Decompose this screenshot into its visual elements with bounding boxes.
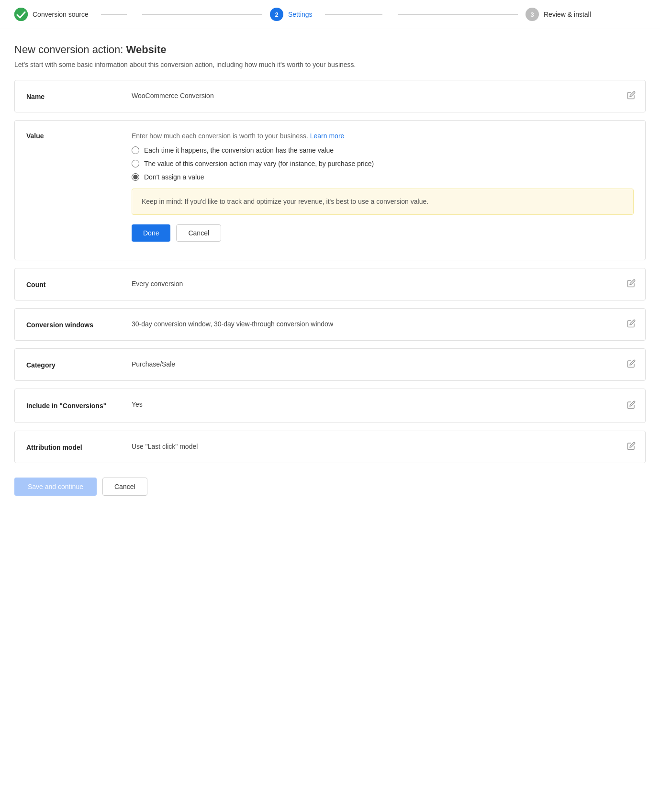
conversion-windows-card: Conversion windows 30-day conversion win… bbox=[14, 308, 646, 341]
step-3-label: Review & install bbox=[544, 11, 591, 18]
value-description: Enter how much each conversion is worth … bbox=[132, 132, 634, 140]
radio-same-value-label: Each time it happens, the conversion act… bbox=[144, 146, 334, 154]
category-label: Category bbox=[26, 360, 132, 369]
attribution-model-value: Use "Last click" model bbox=[132, 443, 634, 450]
value-section-header: Value Enter how much each conversion is … bbox=[26, 132, 634, 242]
attribution-model-card: Attribution model Use "Last click" model bbox=[14, 431, 646, 463]
category-row: Category Purchase/Sale bbox=[15, 349, 645, 380]
warning-box: Keep in mind: If you'd like to track and… bbox=[132, 189, 634, 215]
svg-point-0 bbox=[14, 8, 28, 21]
include-conversions-row: Include in "Conversions" Yes bbox=[15, 389, 645, 423]
count-edit-icon[interactable] bbox=[627, 279, 636, 289]
include-conversions-edit-icon[interactable] bbox=[627, 400, 636, 411]
page-subtitle: Let's start with some basic information … bbox=[14, 61, 646, 68]
save-continue-button[interactable]: Save and continue bbox=[14, 478, 97, 496]
name-value: WooCommerce Conversion bbox=[132, 92, 634, 100]
radio-no-value-input[interactable] bbox=[132, 173, 139, 181]
attribution-model-label: Attribution model bbox=[26, 443, 132, 451]
radio-vary-value-input[interactable] bbox=[132, 160, 139, 167]
value-section: Value Enter how much each conversion is … bbox=[14, 120, 646, 260]
step-1-label: Conversion source bbox=[33, 11, 89, 18]
conversion-windows-edit-icon[interactable] bbox=[627, 319, 636, 330]
cancel-main-button[interactable]: Cancel bbox=[102, 478, 147, 496]
conversion-windows-label: Conversion windows bbox=[26, 320, 132, 329]
name-row: Name WooCommerce Conversion bbox=[15, 80, 645, 112]
category-edit-icon[interactable] bbox=[627, 359, 636, 370]
include-conversions-label: Include in "Conversions" bbox=[26, 400, 132, 411]
value-cancel-button[interactable]: Cancel bbox=[176, 224, 221, 242]
step-3-circle: 3 bbox=[526, 8, 539, 21]
radio-no-value-label: Don't assign a value bbox=[144, 173, 204, 181]
main-content: New conversion action: Website Let's sta… bbox=[0, 29, 660, 515]
count-row: Count Every conversion bbox=[15, 268, 645, 300]
page-title-prefix: New conversion action: bbox=[14, 44, 126, 56]
attribution-model-edit-icon[interactable] bbox=[627, 442, 636, 452]
count-value: Every conversion bbox=[132, 280, 634, 288]
name-card: Name WooCommerce Conversion bbox=[14, 80, 646, 112]
conversion-windows-row: Conversion windows 30-day conversion win… bbox=[15, 309, 645, 340]
step-2-circle: 2 bbox=[270, 8, 283, 21]
count-card: Count Every conversion bbox=[14, 268, 646, 300]
step-3-review: 3 Review & install bbox=[526, 8, 646, 21]
radio-vary-value-label: The value of this conversion action may … bbox=[144, 160, 374, 167]
value-label: Value bbox=[26, 132, 132, 140]
name-edit-icon[interactable] bbox=[627, 91, 636, 101]
category-card: Category Purchase/Sale bbox=[14, 348, 646, 381]
radio-same-value-input[interactable] bbox=[132, 146, 139, 154]
warning-text: Keep in mind: If you'd like to track and… bbox=[142, 198, 428, 205]
page-title: New conversion action: Website bbox=[14, 44, 646, 56]
value-button-row: Done Cancel bbox=[132, 224, 634, 242]
step-1-circle bbox=[14, 8, 28, 21]
include-conversions-card: Include in "Conversions" Yes bbox=[14, 389, 646, 423]
step-2-settings: 2 Settings bbox=[270, 8, 390, 21]
include-conversions-value: Yes bbox=[132, 400, 634, 408]
radio-no-value: Don't assign a value bbox=[132, 173, 634, 181]
radio-same-value: Each time it happens, the conversion act… bbox=[132, 146, 634, 154]
bottom-buttons: Save and continue Cancel bbox=[14, 478, 646, 496]
page-title-bold: Website bbox=[126, 44, 167, 56]
category-value: Purchase/Sale bbox=[132, 360, 634, 368]
step-2-label: Settings bbox=[288, 11, 313, 18]
conversion-windows-value: 30-day conversion window, 30-day view-th… bbox=[132, 320, 634, 328]
step-1-conversion-source: Conversion source bbox=[14, 8, 134, 21]
name-label: Name bbox=[26, 92, 132, 100]
learn-more-link[interactable]: Learn more bbox=[310, 132, 345, 140]
done-button[interactable]: Done bbox=[132, 224, 170, 242]
attribution-model-row: Attribution model Use "Last click" model bbox=[15, 431, 645, 463]
value-content: Enter how much each conversion is worth … bbox=[132, 132, 634, 242]
count-label: Count bbox=[26, 280, 132, 289]
radio-vary-value: The value of this conversion action may … bbox=[132, 160, 634, 167]
stepper-header: Conversion source 2 Settings 3 Review & … bbox=[0, 0, 660, 29]
